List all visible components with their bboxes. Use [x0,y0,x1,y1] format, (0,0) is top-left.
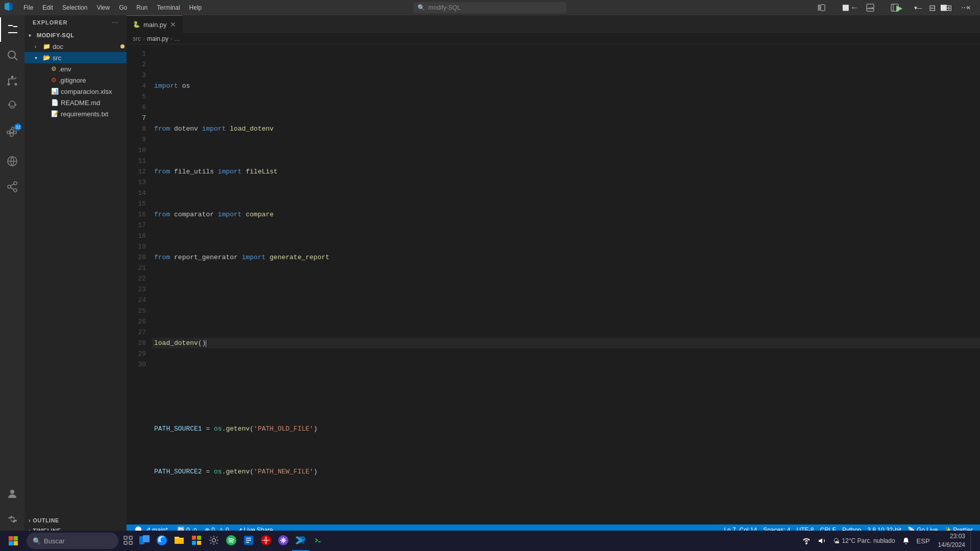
activity-debug[interactable] [0,94,24,118]
activity-liveshare[interactable] [0,174,24,199]
tree-requirements[interactable]: 📝 requirements.txt [24,108,127,119]
show-desktop[interactable] [970,531,976,551]
activity-bar-toggle[interactable] [883,0,906,15]
activity-extensions[interactable]: 32 [0,119,24,144]
taskbar-notes[interactable] [240,531,257,551]
req-label: requirements.txt [61,110,127,118]
svg-point-6 [8,51,15,58]
menu-terminal[interactable]: Terminal [153,3,184,12]
root-arrow: ▾ [29,33,35,38]
activity-search[interactable] [0,43,24,67]
tray-language[interactable]: ESP [914,531,933,551]
sidebar-more-icon[interactable]: ··· [112,19,118,26]
menu-bar: File Edit Selection View Go Run Terminal… [19,3,206,12]
taskbar-spotify[interactable] [223,531,240,551]
taskbar-search-icon: 🔍 [33,537,41,545]
taskview-button[interactable] [120,531,136,551]
svg-point-19 [8,185,11,188]
tree-gitignore[interactable]: ⚙ .gitignore [24,74,127,86]
svg-rect-28 [124,536,127,539]
search-text: modify-SQL [428,4,460,11]
ln-21: 21 [127,263,146,273]
outline-panel-header[interactable]: › OUTLINE [24,515,127,525]
root-label: MODIFY-SQL [37,32,74,38]
breadcrumb: src › main.py › ... [127,33,980,44]
menu-run[interactable]: Run [132,3,152,12]
menu-file[interactable]: File [19,3,37,12]
restore-button[interactable]: ⬜ [932,0,955,15]
ln-2: 2 [127,59,146,70]
menu-edit[interactable]: Edit [38,3,57,12]
main-layout: 32 EXPLORER ··· ▾ MODIFY-SQL [0,15,980,536]
panel-toggle[interactable] [859,0,882,15]
xlsx-icon: 📊 [51,88,59,95]
search-icon: 🔍 [418,4,425,11]
tab-main-py[interactable]: 🐍 main.py ✕ [127,15,183,33]
tree-readme[interactable]: 📄 README.md [24,97,127,108]
code-content[interactable]: import os from dotenv import load_dotenv… [152,44,980,524]
code-line-4: from comparator import compare [152,209,980,220]
clock-time: 23:03 [938,532,965,541]
taskbar-store[interactable] [188,531,205,551]
tray-network[interactable] [799,531,814,551]
activity-account[interactable] [0,482,24,506]
close-button[interactable]: ✕ [957,0,980,15]
svg-rect-38 [197,541,201,545]
tab-close-icon[interactable]: ✕ [170,21,176,28]
tree-xlsx[interactable]: 📊 comparacion.xlsx [24,86,127,97]
code-line-2: from dotenv import load_dotenv [152,123,980,134]
tab-python-icon: 🐍 [133,21,140,28]
tree-env[interactable]: ⚙ .env [24,63,127,74]
tree-root[interactable]: ▾ MODIFY-SQL [24,30,127,41]
ln-4: 4 [127,81,146,91]
outline-arrow: › [29,517,31,523]
tray-notifications[interactable] [899,531,913,551]
ln-30: 30 [127,359,146,370]
tabs-bar: 🐍 main.py ✕ [127,15,980,33]
activity-remote[interactable] [0,149,24,173]
tray-volume[interactable] [815,531,829,551]
code-line-3: from file_utils import fileList [152,166,980,177]
text-cursor [206,340,206,347]
taskbar-edge[interactable] [153,531,170,551]
taskbar-explorer[interactable] [136,531,153,551]
svg-rect-37 [192,541,196,545]
menu-go[interactable]: Go [115,3,131,12]
code-editor[interactable]: 1 2 3 4 5 6 7 8 9 10 11 12 13 14 15 16 1… [127,44,980,524]
menu-selection[interactable]: Selection [58,3,91,12]
taskbar-terminal[interactable] [309,531,327,551]
breadcrumb-sep2: › [170,35,173,42]
taskbar-vscode[interactable] [292,531,309,551]
taskbar-browser[interactable] [257,531,275,551]
minimize-button[interactable]: — [908,0,931,15]
svg-rect-26 [9,541,13,546]
taskbar-files[interactable] [170,531,188,551]
sidebar-toggle[interactable] [810,0,833,15]
svg-rect-14 [10,130,13,133]
menu-view[interactable]: View [92,3,114,12]
menu-help[interactable]: Help [185,3,206,12]
outline-label: OUTLINE [33,517,59,523]
taskbar-settings2[interactable] [205,531,223,551]
taskbar: 🔍 Buscar [0,531,980,551]
title-search[interactable]: 🔍 modify-SQL [413,2,567,13]
activity-git[interactable] [0,68,24,93]
maximize-editor[interactable]: ⬜ [834,0,857,15]
start-button[interactable] [2,531,24,551]
ln-7: 7 [127,113,146,123]
activity-settings[interactable] [0,507,24,532]
taskbar-search[interactable]: 🔍 Buscar [27,533,118,549]
tree-doc[interactable]: › 📁 doc [24,41,127,52]
readme-icon: 📄 [51,99,59,106]
taskbar-git-desktop[interactable] [275,531,292,551]
tree-src[interactable]: ▾ 📂 src [24,52,127,63]
svg-rect-33 [143,535,150,542]
system-clock[interactable]: 23:03 14/6/2024 [934,532,969,549]
editor-area: 🐍 main.py ✕ src › main.py › ... 1 2 3 4 … [127,15,980,536]
tray-weather[interactable]: 🌤 12°C Parc. nublado [830,531,898,551]
activity-explorer[interactable] [0,17,24,42]
ln-25: 25 [127,306,146,316]
svg-rect-31 [129,541,132,544]
ln-27: 27 [127,327,146,338]
svg-line-22 [11,184,14,186]
